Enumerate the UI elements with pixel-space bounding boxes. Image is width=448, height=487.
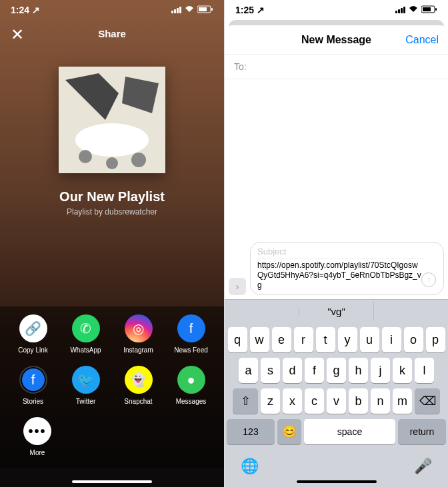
key-return[interactable]: return bbox=[398, 419, 446, 444]
playlist-info: Our New Playlist Playlist by dubsrewatch… bbox=[0, 67, 224, 217]
key-m[interactable]: m bbox=[393, 388, 412, 414]
key-g[interactable]: g bbox=[327, 358, 346, 383]
status-time: 1:25 bbox=[235, 5, 254, 15]
svg-rect-2 bbox=[199, 7, 207, 11]
key-i[interactable]: i bbox=[382, 327, 401, 352]
home-indicator[interactable] bbox=[72, 480, 152, 483]
share-copy-link[interactable]: 🔗 Copy Link bbox=[9, 314, 57, 354]
predictive-center[interactable]: "vg" bbox=[299, 302, 374, 321]
share-whatsapp[interactable]: ✆ WhatsApp bbox=[62, 314, 110, 354]
key-row-1: q w e r t y u i o p bbox=[227, 327, 446, 352]
share-twitter[interactable]: 🐦 Twitter bbox=[62, 366, 110, 405]
message-body[interactable]: https://open.spotify.com/playlist/70StcQ… bbox=[257, 260, 423, 290]
key-r[interactable]: r bbox=[294, 327, 313, 352]
mic-icon[interactable]: 🎤 bbox=[414, 458, 432, 475]
apps-toggle-icon[interactable]: › bbox=[229, 278, 246, 295]
signal-icon bbox=[395, 7, 405, 13]
twitter-icon: 🐦 bbox=[72, 366, 100, 394]
compose-sheet: New Message Cancel To: › Subject https:/… bbox=[225, 25, 448, 487]
message-input[interactable]: Subject https://open.spotify.com/playlis… bbox=[250, 242, 444, 295]
key-y[interactable]: y bbox=[338, 327, 357, 352]
key-d[interactable]: d bbox=[283, 358, 302, 383]
facebook-stories-icon: f bbox=[19, 366, 47, 394]
predictive-bar: "vg" bbox=[225, 299, 448, 323]
key-q[interactable]: q bbox=[228, 327, 247, 352]
share-label: Snapchat bbox=[124, 398, 152, 405]
send-button[interactable]: ↑ bbox=[421, 272, 436, 287]
message-header: New Message Cancel bbox=[225, 25, 448, 55]
key-k[interactable]: k bbox=[393, 358, 412, 383]
key-j[interactable]: j bbox=[371, 358, 390, 383]
share-label: WhatsApp bbox=[70, 346, 101, 354]
subject-placeholder[interactable]: Subject bbox=[257, 246, 423, 258]
instagram-icon: ◎ bbox=[125, 314, 153, 342]
key-s[interactable]: s bbox=[261, 358, 280, 383]
share-header: ✕ Share bbox=[0, 20, 224, 47]
key-b[interactable]: b bbox=[349, 388, 368, 414]
key-row-3: ⇧ z x c v b n m ⌫ bbox=[227, 388, 446, 414]
key-t[interactable]: t bbox=[316, 327, 335, 352]
link-icon: 🔗 bbox=[19, 314, 47, 342]
wifi-icon bbox=[408, 5, 419, 15]
share-label: Twitter bbox=[76, 398, 95, 405]
share-label: Copy Link bbox=[18, 346, 47, 354]
status-bar: 1:24 ↗ bbox=[0, 0, 224, 20]
key-123[interactable]: 123 bbox=[227, 419, 275, 444]
share-title: Share bbox=[98, 28, 126, 39]
share-label: Messages bbox=[176, 398, 207, 405]
share-snapchat[interactable]: 👻 Snapchat bbox=[115, 366, 163, 405]
close-icon[interactable]: ✕ bbox=[11, 25, 24, 44]
svg-rect-5 bbox=[423, 7, 431, 11]
key-f[interactable]: f bbox=[305, 358, 324, 383]
snapchat-icon: 👻 bbox=[125, 366, 153, 394]
share-label: Stories bbox=[23, 398, 43, 405]
playlist-title: Our New Playlist bbox=[59, 189, 165, 205]
key-shift[interactable]: ⇧ bbox=[233, 388, 258, 414]
share-news-feed[interactable]: f News Feed bbox=[167, 314, 215, 354]
svg-rect-1 bbox=[211, 8, 213, 11]
key-u[interactable]: u bbox=[360, 327, 379, 352]
key-h[interactable]: h bbox=[349, 358, 368, 383]
cancel-button[interactable]: Cancel bbox=[405, 34, 439, 46]
battery-icon bbox=[421, 5, 437, 15]
wifi-icon bbox=[184, 5, 195, 15]
playlist-artwork bbox=[59, 67, 165, 173]
key-o[interactable]: o bbox=[404, 327, 423, 352]
predictive-right[interactable] bbox=[374, 308, 448, 316]
predictive-left[interactable] bbox=[225, 308, 299, 316]
key-v[interactable]: v bbox=[327, 388, 346, 414]
share-stories[interactable]: f Stories bbox=[9, 366, 57, 405]
key-x[interactable]: x bbox=[283, 388, 302, 414]
share-instagram[interactable]: ◎ Instagram bbox=[115, 314, 163, 354]
key-backspace[interactable]: ⌫ bbox=[415, 388, 440, 414]
key-w[interactable]: w bbox=[250, 327, 269, 352]
key-n[interactable]: n bbox=[371, 388, 390, 414]
battery-icon bbox=[197, 5, 213, 15]
share-label: More bbox=[30, 449, 45, 456]
to-label: To: bbox=[234, 61, 247, 72]
share-messages[interactable]: ● Messages bbox=[167, 366, 215, 405]
whatsapp-icon: ✆ bbox=[72, 314, 100, 342]
home-indicator[interactable] bbox=[297, 480, 377, 483]
imessage-compose-screen: 1:25 ↗ New Message Cancel To: › Subject bbox=[224, 0, 448, 487]
key-a[interactable]: a bbox=[239, 358, 258, 383]
key-l[interactable]: l bbox=[415, 358, 434, 383]
status-time: 1:24 bbox=[11, 5, 29, 15]
share-more[interactable]: ••• More bbox=[13, 417, 61, 456]
key-c[interactable]: c bbox=[305, 388, 324, 414]
new-message-title: New Message bbox=[301, 34, 371, 46]
status-bar: 1:25 ↗ bbox=[225, 0, 448, 20]
key-row-2: a s d f g h j k l bbox=[227, 358, 446, 383]
key-z[interactable]: z bbox=[261, 388, 280, 414]
location-icon: ↗ bbox=[32, 5, 40, 15]
globe-icon[interactable]: 🌐 bbox=[241, 458, 259, 475]
key-emoji[interactable]: 😊 bbox=[277, 419, 301, 444]
share-options-grid: 🔗 Copy Link ✆ WhatsApp ◎ Instagram f New… bbox=[0, 306, 224, 468]
compose-area: › Subject https://open.spotify.com/playl… bbox=[225, 79, 448, 299]
key-space[interactable]: space bbox=[304, 419, 395, 444]
messages-icon: ● bbox=[177, 366, 205, 394]
to-field[interactable]: To: bbox=[225, 55, 448, 79]
key-e[interactable]: e bbox=[272, 327, 291, 352]
key-p[interactable]: p bbox=[426, 327, 445, 352]
location-icon: ↗ bbox=[257, 5, 265, 15]
